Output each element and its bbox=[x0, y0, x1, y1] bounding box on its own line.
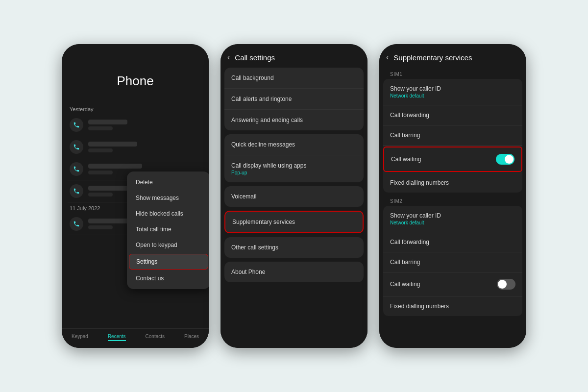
back-arrow-icon[interactable]: ‹ bbox=[227, 53, 230, 62]
call-incoming-icon3 bbox=[70, 162, 83, 176]
sim1-fixed-dialling-label: Fixed dialling numbers bbox=[390, 179, 449, 186]
sim1-call-forwarding[interactable]: Call forwarding bbox=[383, 105, 522, 125]
call-time-blur3 bbox=[88, 171, 113, 174]
sim2-caller-id-sub: Network default bbox=[390, 220, 515, 225]
call-name-blur3 bbox=[88, 164, 142, 169]
sim2-call-waiting[interactable]: Call waiting bbox=[383, 272, 522, 296]
settings-item-call-background[interactable]: Call background bbox=[224, 68, 364, 89]
panel1-bg: Phone Yesterday bbox=[62, 44, 209, 348]
call-name-blur2 bbox=[88, 142, 137, 147]
phone-screen-2: ‹ Call settings Call background Call ale… bbox=[220, 44, 368, 348]
toggle-knob-off bbox=[498, 280, 507, 289]
sim1-fixed-dialling[interactable]: Fixed dialling numbers bbox=[383, 173, 522, 193]
phone-screen-3: ‹ Supplementary services SIM1 Show your … bbox=[379, 44, 526, 348]
sim2-waiting-label: Call waiting bbox=[390, 281, 420, 288]
menu-item-hide-blocked[interactable]: Hide blocked calls bbox=[127, 206, 209, 221]
call-incoming-icon2 bbox=[70, 140, 83, 154]
settings-group-1: Call background Call alerts and ringtone… bbox=[224, 68, 364, 130]
sim1-call-waiting[interactable]: Call waiting bbox=[383, 147, 522, 172]
settings-item-other-call[interactable]: Other call settings bbox=[224, 237, 364, 258]
sim2-forwarding-label: Call forwarding bbox=[390, 239, 429, 245]
toggle-knob-on bbox=[505, 155, 514, 164]
sim2-caller-id-text: Show your caller ID Network default bbox=[390, 212, 515, 225]
settings-item-answering[interactable]: Answering and ending calls bbox=[224, 110, 364, 130]
sim2-fixed-dialling-label: Fixed dialling numbers bbox=[390, 303, 449, 310]
sim1-caller-id-sub: Network default bbox=[390, 93, 515, 98]
settings-item-voicemail[interactable]: Voicemail bbox=[224, 186, 364, 207]
nav-keypad[interactable]: Keypad bbox=[72, 334, 88, 341]
settings-group-2: Quick decline messages Call display whil… bbox=[224, 134, 364, 182]
settings-group-3: Voicemail bbox=[224, 186, 364, 207]
sim1-call-waiting-toggle[interactable] bbox=[496, 154, 514, 165]
call-incoming-icon bbox=[70, 118, 83, 132]
sim2-fixed-dialling[interactable]: Fixed dialling numbers bbox=[383, 296, 522, 316]
menu-item-settings[interactable]: Settings bbox=[129, 254, 208, 270]
panel3-bg: ‹ Supplementary services SIM1 Show your … bbox=[379, 44, 526, 348]
sim1-show-caller-id[interactable]: Show your caller ID Network default bbox=[383, 79, 522, 105]
phone-app-title: Phone bbox=[62, 44, 209, 103]
sim1-caller-id-text: Show your caller ID Network default bbox=[390, 85, 515, 98]
bottom-nav: Keypad Recents Contacts Places bbox=[62, 328, 209, 348]
call-info bbox=[88, 120, 201, 130]
menu-item-delete[interactable]: Delete bbox=[127, 174, 209, 190]
supp-services-title: Supplementary services bbox=[393, 53, 472, 62]
sim1-call-barring[interactable]: Call barring bbox=[383, 125, 522, 146]
supp-services-header: ‹ Supplementary services bbox=[379, 44, 526, 68]
call-item bbox=[68, 114, 203, 136]
settings-item-about-phone[interactable]: About Phone bbox=[224, 262, 364, 282]
menu-item-total-call-time[interactable]: Total call time bbox=[127, 221, 209, 237]
settings-item-supplementary[interactable]: Supplementary services bbox=[225, 212, 363, 232]
call-incoming-icon5 bbox=[70, 217, 83, 231]
settings-group-5: Other call settings bbox=[224, 237, 364, 258]
nav-contacts[interactable]: Contacts bbox=[146, 334, 165, 341]
phone-screen-1: Phone Yesterday bbox=[62, 44, 209, 348]
settings-item-quick-decline[interactable]: Quick decline messages bbox=[224, 134, 364, 155]
sim2-call-waiting-toggle[interactable] bbox=[497, 279, 515, 290]
panel2-bg: ‹ Call settings Call background Call ale… bbox=[220, 44, 368, 348]
settings-item-call-alerts[interactable]: Call alerts and ringtone bbox=[224, 89, 364, 110]
context-menu: Delete Show messages Hide blocked calls … bbox=[127, 172, 209, 289]
call-item bbox=[68, 136, 203, 158]
call-info2 bbox=[88, 142, 201, 152]
section-label-yesterday: Yesterday bbox=[68, 103, 203, 114]
menu-item-open-keypad[interactable]: Open to keypad bbox=[127, 237, 209, 253]
nav-places[interactable]: Places bbox=[184, 334, 199, 341]
call-time-blur5 bbox=[88, 225, 113, 229]
call-name-blur bbox=[88, 120, 127, 124]
settings-item-call-display[interactable]: Call display while using apps Pop-up bbox=[224, 155, 364, 182]
call-time-blur bbox=[88, 126, 113, 130]
sim2-show-caller-id[interactable]: Show your caller ID Network default bbox=[383, 206, 522, 232]
sim1-forwarding-label: Call forwarding bbox=[390, 112, 429, 119]
call-display-label: Call display while using apps bbox=[231, 162, 306, 169]
call-settings-header: ‹ Call settings bbox=[220, 44, 368, 68]
call-display-sub: Pop-up bbox=[231, 170, 357, 175]
menu-item-contact-us[interactable]: Contact us bbox=[127, 270, 209, 286]
nav-recents[interactable]: Recents bbox=[108, 334, 126, 341]
sim2-call-barring[interactable]: Call barring bbox=[383, 252, 522, 272]
call-incoming-icon4 bbox=[70, 184, 83, 198]
sim1-label: SIM1 bbox=[383, 68, 522, 79]
call-name-blur4 bbox=[88, 186, 132, 191]
settings-group-6: About Phone bbox=[224, 262, 364, 282]
sim2-caller-id-label: Show your caller ID bbox=[390, 212, 441, 219]
call-time-blur2 bbox=[88, 148, 113, 152]
sim1-barring-label: Call barring bbox=[390, 132, 420, 139]
settings-list: Call background Call alerts and ringtone… bbox=[220, 68, 368, 348]
sim2-label: SIM2 bbox=[383, 195, 522, 206]
sim1-group: Show your caller ID Network default Call… bbox=[383, 79, 522, 193]
menu-item-show-messages[interactable]: Show messages bbox=[127, 190, 209, 206]
sim1-waiting-label: Call waiting bbox=[391, 156, 421, 163]
sim2-call-forwarding[interactable]: Call forwarding bbox=[383, 232, 522, 252]
sim1-caller-id-label: Show your caller ID bbox=[390, 85, 441, 92]
settings-group-4: Supplementary services bbox=[224, 211, 364, 233]
back-arrow-icon-3[interactable]: ‹ bbox=[386, 53, 389, 62]
sim2-barring-label: Call barring bbox=[390, 259, 420, 266]
call-time-blur4 bbox=[88, 193, 113, 196]
sim2-group: Show your caller ID Network default Call… bbox=[383, 206, 522, 316]
supp-services-list: SIM1 Show your caller ID Network default… bbox=[379, 68, 526, 348]
call-settings-title: Call settings bbox=[235, 53, 275, 62]
